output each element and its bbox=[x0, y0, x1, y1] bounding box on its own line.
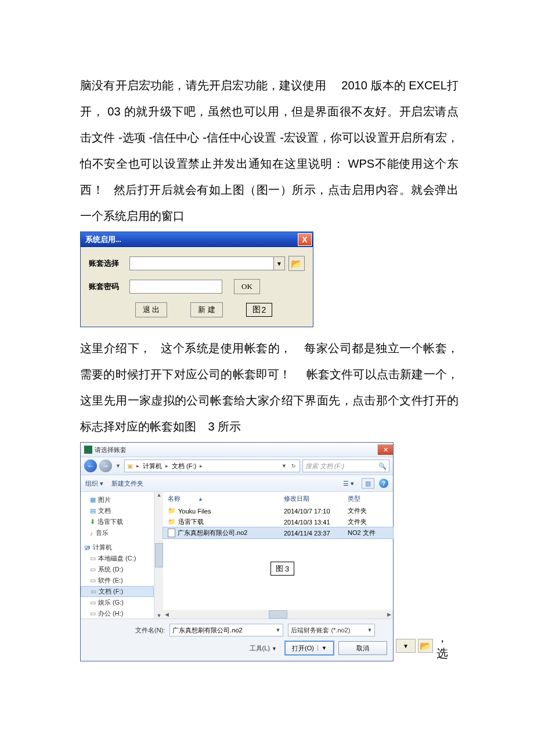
sidebar-item-h[interactable]: ▭办公 (H:) bbox=[81, 608, 154, 618]
dialog-body: 账套选择 ▼ 📂 账套密码 OK bbox=[81, 247, 313, 327]
sidebar-scrollbar[interactable]: ▲ ▼ bbox=[154, 492, 163, 618]
folder-open-icon: 📂 bbox=[291, 258, 302, 269]
breadcrumb-drive[interactable]: 文档 (F:) bbox=[172, 462, 196, 471]
nav-history-dropdown[interactable]: ▼ bbox=[114, 463, 122, 469]
file-dialog-bottom: 文件名(N): 广东真想刷有限公司.no2 ▼ 后端财务账套 (*.no2) ▼… bbox=[81, 618, 393, 661]
p1-seg6: 信任中心 bbox=[153, 131, 199, 144]
combo-dropdown-button[interactable]: ▼ bbox=[273, 257, 284, 270]
ok-button[interactable]: OK bbox=[234, 279, 260, 294]
column-name[interactable]: 名称▲ bbox=[168, 494, 284, 503]
file-dialog-titlebar[interactable]: 请选择账套 ✕ bbox=[81, 443, 393, 457]
organize-button[interactable]: 组织 ▾ bbox=[85, 479, 103, 488]
file-icon bbox=[168, 529, 175, 537]
file-type: NO2 文件 bbox=[348, 529, 388, 537]
sidebar-item-f[interactable]: ▭文档 (F:) bbox=[81, 586, 154, 597]
sidebar-label: 图片 bbox=[98, 495, 111, 504]
sidebar-label: 系统 (D:) bbox=[98, 565, 123, 574]
chevron-down-icon: ▼ bbox=[276, 261, 282, 267]
window-buttons: ✕ bbox=[377, 444, 393, 455]
drive-icon: ▣ bbox=[127, 462, 133, 470]
nav-back-button[interactable]: ← bbox=[84, 460, 97, 472]
help-button[interactable]: ? bbox=[379, 479, 388, 488]
column-type[interactable]: 类型 bbox=[348, 494, 388, 503]
scroll-left-icon: ◀ bbox=[163, 612, 171, 617]
search-icon: 🔍 bbox=[378, 462, 387, 470]
sidebar-group-computer[interactable]: 🖳计算机 bbox=[81, 542, 154, 553]
sidebar-label: 办公 (H:) bbox=[98, 609, 123, 618]
filename-combo[interactable]: 广东真想刷有限公司.no2 ▼ bbox=[169, 624, 283, 636]
arrow-left-icon: ← bbox=[87, 462, 94, 470]
horizontal-scrollbar[interactable]: ◀ ▶ bbox=[163, 610, 393, 618]
file-name: 广东真想刷有限公司.no2 bbox=[178, 529, 247, 537]
file-type: 文件夹 bbox=[348, 507, 388, 515]
fragment-dropdown-button[interactable]: ▼ bbox=[396, 639, 416, 653]
paragraph-2: 这里介绍下， 这个系统是使用帐套的， 每家公司都是独立一个帐套，需要的时候打开下… bbox=[80, 335, 459, 440]
p1-d4: - bbox=[277, 131, 284, 144]
close-button[interactable]: X bbox=[298, 233, 312, 246]
file-list: 名称▲ 修改日期 类型 📁Youku Files2014/10/7 17:10文… bbox=[163, 492, 393, 618]
app-icon bbox=[84, 446, 92, 454]
file-row[interactable]: 广东真想刷有限公司.no22014/11/4 23:37NO2 文件 bbox=[163, 527, 393, 538]
drive-icon: ▭ bbox=[91, 588, 96, 595]
scrollbar-thumb[interactable] bbox=[155, 543, 163, 567]
sidebar-item-e[interactable]: ▭软件 (E:) bbox=[81, 575, 154, 586]
new-folder-button[interactable]: 新建文件夹 bbox=[111, 479, 143, 488]
scrollbar-thumb[interactable] bbox=[269, 610, 287, 618]
split-chevron-icon: ▼ bbox=[317, 645, 327, 651]
sidebar-item-thunder[interactable]: ⬇迅雷下载 bbox=[81, 516, 154, 527]
file-row[interactable]: 📁迅雷下载2014/10/3 13:41文件夹 bbox=[163, 516, 393, 527]
file-date: 2014/10/7 17:10 bbox=[284, 508, 348, 515]
scroll-right-icon: ▶ bbox=[385, 612, 393, 617]
dialog-titlebar[interactable]: 系统启用... X bbox=[81, 232, 313, 247]
sidebar-item-g[interactable]: ▭娱乐 (G:) bbox=[81, 597, 154, 608]
account-select-combo[interactable]: ▼ bbox=[129, 256, 285, 270]
file-row[interactable]: 📁Youku Files2014/10/7 17:10文件夹 bbox=[163, 505, 393, 516]
cancel-button[interactable]: 取消 bbox=[338, 641, 387, 655]
password-input[interactable] bbox=[129, 280, 222, 294]
column-date[interactable]: 修改日期 bbox=[284, 494, 348, 503]
document-page: 脑没有开启宏功能，请先开启宏功能，建议使用 2010 版本的 EXCEL打开， … bbox=[0, 0, 534, 756]
p1-d3: - bbox=[200, 131, 207, 144]
preview-pane-button[interactable]: ▥ bbox=[362, 478, 374, 489]
sidebar-item-music[interactable]: ♪音乐 bbox=[81, 527, 154, 538]
drive-icon: ▭ bbox=[90, 566, 96, 573]
new-button[interactable]: 新 建 bbox=[190, 302, 222, 317]
preview-icon: ▥ bbox=[365, 480, 371, 487]
breadcrumb-computer[interactable]: 计算机 bbox=[143, 462, 162, 471]
refresh-icon[interactable]: ↻ bbox=[290, 463, 297, 469]
sidebar-item-d[interactable]: ▭系统 (D:) bbox=[81, 564, 154, 575]
sidebar-label: 本地磁盘 (C:) bbox=[98, 554, 136, 563]
account-password-label: 账套密码 bbox=[89, 281, 129, 292]
nav-forward-button[interactable]: → bbox=[99, 460, 112, 472]
view-mode-button[interactable]: ☰ ▾ bbox=[340, 479, 357, 489]
sidebar-item-documents[interactable]: ▤文档 bbox=[81, 505, 154, 516]
window-close-button[interactable]: ✕ bbox=[377, 444, 393, 455]
sidebar-item-pictures[interactable]: ▦图片 bbox=[81, 494, 154, 505]
breadcrumb[interactable]: ▣ ▸ 计算机 ▸ 文档 (F:) ▸ ▼ ↻ bbox=[124, 460, 300, 472]
close-icon: ✕ bbox=[383, 446, 388, 454]
chevron-down-icon: ▼ bbox=[367, 627, 372, 633]
file-sidebar: ▦图片 ▤文档 ⬇迅雷下载 ♪音乐 🖳计算机 ▭本地磁盘 (C:) ▭系统 (D… bbox=[81, 492, 154, 618]
dialog-button-row: 退 出 新 建 图 2 bbox=[89, 302, 305, 317]
exit-button-label: 退 出 bbox=[143, 305, 160, 315]
sidebar-label: 计算机 bbox=[93, 543, 112, 552]
exit-button[interactable]: 退 出 bbox=[135, 302, 167, 317]
figure-3-caption: 图 3 bbox=[270, 562, 294, 576]
file-rows: 📁Youku Files2014/10/7 17:10文件夹📁迅雷下载2014/… bbox=[163, 505, 393, 538]
path-dropdown-button[interactable]: ▼ bbox=[280, 463, 288, 469]
pictures-icon: ▦ bbox=[90, 496, 96, 504]
fragment-open-button[interactable]: 📂 bbox=[418, 639, 433, 653]
chevron-down-icon: ▼ bbox=[403, 643, 409, 649]
account-open-button[interactable]: 📂 bbox=[288, 256, 305, 271]
file-list-header[interactable]: 名称▲ 修改日期 类型 bbox=[163, 492, 393, 505]
tools-button[interactable]: 工具(L) ▼ bbox=[250, 644, 277, 653]
account-select-input[interactable] bbox=[130, 257, 273, 270]
filetype-combo[interactable]: 后端财务账套 (*.no2) ▼ bbox=[288, 624, 375, 636]
dialog-title-text: 系统启用... bbox=[85, 234, 121, 245]
sidebar-item-c[interactable]: ▭本地磁盘 (C:) bbox=[81, 553, 154, 564]
file-main-area: ▦图片 ▤文档 ⬇迅雷下载 ♪音乐 🖳计算机 ▭本地磁盘 (C:) ▭系统 (D… bbox=[81, 492, 393, 618]
file-date: 2014/10/3 13:41 bbox=[284, 519, 348, 526]
open-button[interactable]: 打开(O) ▼ bbox=[285, 641, 334, 655]
account-select-row: 账套选择 ▼ 📂 bbox=[89, 256, 305, 271]
search-input[interactable]: 搜索 文档 (F:) 🔍 bbox=[302, 460, 389, 472]
